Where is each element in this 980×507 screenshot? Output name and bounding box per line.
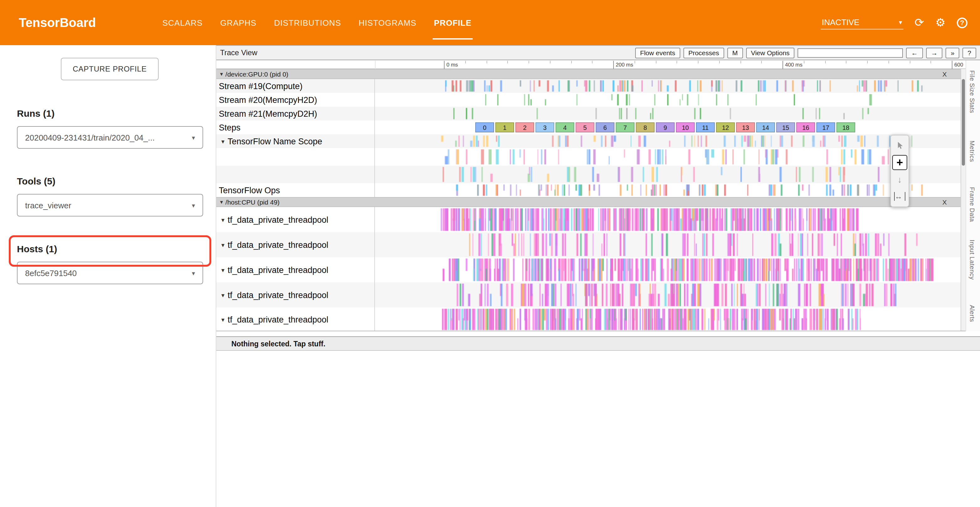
track-events-area[interactable]	[375, 79, 966, 93]
metadata-button[interactable]: M	[727, 47, 743, 58]
track-label[interactable]: ▾tf_data_private_threadpool	[216, 308, 375, 331]
vertical-scrollbar[interactable]	[961, 69, 966, 331]
scrollbar-thumb[interactable]	[962, 79, 965, 166]
expand-arrow-icon[interactable]: ▾	[221, 138, 224, 145]
pan-tool-icon[interactable]: ↓	[892, 172, 907, 187]
track-label[interactable]	[216, 166, 375, 183]
process-section-header[interactable]: ▾/device:GPU:0 (pid 0)X	[216, 69, 966, 79]
step-block[interactable]: 7	[616, 122, 635, 132]
tools-dropdown[interactable]: trace_viewer ▾	[17, 194, 203, 217]
track-events-area[interactable]	[375, 308, 966, 331]
track-events-area[interactable]	[375, 232, 966, 257]
tab-profile[interactable]: PROFILE	[425, 0, 480, 45]
prev-button[interactable]: ←	[906, 47, 923, 58]
step-block[interactable]: 18	[837, 122, 855, 132]
track-events-area[interactable]	[375, 166, 966, 183]
step-block[interactable]: 2	[515, 122, 534, 132]
step-block[interactable]: 12	[716, 122, 735, 132]
processes-button[interactable]: Processes	[683, 47, 724, 58]
tab-metrics[interactable]: Metrics	[969, 140, 975, 162]
step-block[interactable]: 6	[596, 122, 614, 132]
step-block[interactable]: 3	[535, 122, 554, 132]
step-block[interactable]: 16	[796, 122, 815, 132]
trace-events-canvas[interactable]	[375, 308, 961, 331]
track-events-area[interactable]	[375, 134, 966, 148]
step-block[interactable]: 0	[475, 122, 494, 132]
step-block[interactable]: 8	[636, 122, 655, 132]
trace-viewer-body[interactable]: ▾/device:GPU:0 (pid 0)XStream #19(Comput…	[216, 69, 966, 331]
trace-events-canvas[interactable]	[375, 183, 961, 197]
trace-events-canvas[interactable]	[375, 166, 961, 183]
trace-help-button[interactable]: ?	[963, 47, 976, 58]
gear-icon[interactable]: ⚙	[935, 17, 945, 28]
close-section-button[interactable]: X	[942, 70, 947, 78]
step-block[interactable]: 9	[656, 122, 675, 132]
track-label[interactable]: ▾tf_data_private_threadpool	[216, 207, 375, 232]
trace-events-canvas[interactable]	[375, 232, 961, 257]
help-icon[interactable]: ?	[957, 17, 967, 28]
timing-tool-icon[interactable]: ↔	[892, 189, 907, 204]
tab-distributions[interactable]: DISTRIBUTIONS	[265, 0, 350, 45]
hosts-dropdown[interactable]: 8efc5e791540 ▾	[17, 261, 203, 284]
trace-events-canvas[interactable]	[375, 282, 961, 308]
track-label[interactable]: ▾tf_data_private_threadpool	[216, 257, 375, 282]
step-block[interactable]: 13	[736, 122, 755, 132]
track-label[interactable]: ▾tf_data_private_threadpool	[216, 232, 375, 257]
trace-events-canvas[interactable]	[375, 93, 961, 107]
step-block[interactable]: 14	[756, 122, 775, 132]
track-events-area[interactable]: 0123456789101112131415161718	[375, 121, 966, 134]
close-section-button[interactable]: X	[942, 198, 947, 206]
trace-search-input[interactable]	[798, 48, 903, 57]
track-label[interactable]: ▾TensorFlow Name Scope	[216, 134, 375, 148]
trace-events-canvas[interactable]	[375, 79, 961, 93]
track-label[interactable]: Steps	[216, 121, 375, 134]
step-block[interactable]: 4	[555, 122, 574, 132]
selection-tool-icon[interactable]	[892, 138, 907, 153]
track-label[interactable]: Stream #21(MemcpyD2H)	[216, 107, 375, 121]
tab-file-size-stats[interactable]: File Size Stats	[969, 70, 975, 113]
next-button[interactable]: →	[926, 47, 943, 58]
collapse-arrow-icon[interactable]: ▾	[220, 71, 223, 77]
track-events-area[interactable]	[375, 148, 966, 166]
expand-arrow-icon[interactable]: ▾	[221, 292, 224, 298]
view-options-button[interactable]: View Options	[746, 47, 794, 58]
expand-arrow-icon[interactable]: ▾	[221, 316, 224, 323]
track-events-area[interactable]	[375, 282, 966, 308]
step-block[interactable]: 10	[676, 122, 695, 132]
track-events-area[interactable]	[375, 93, 966, 107]
track-label[interactable]: Stream #20(MemcpyH2D)	[216, 93, 375, 107]
expand-arrow-icon[interactable]: ▾	[221, 266, 224, 273]
tab-scalars[interactable]: SCALARS	[154, 0, 211, 45]
process-section-header[interactable]: ▾/host:CPU (pid 49)X	[216, 197, 966, 207]
status-dropdown[interactable]: INACTIVE ▾	[821, 16, 904, 29]
tab-alerts[interactable]: Alerts	[969, 305, 975, 322]
track-label[interactable]	[216, 148, 375, 166]
trace-events-canvas[interactable]	[375, 207, 961, 232]
track-events-area[interactable]	[375, 257, 966, 282]
track-label[interactable]: TensorFlow Ops	[216, 183, 375, 197]
expand-arrow-icon[interactable]: ▾	[221, 241, 224, 248]
track-events-area[interactable]	[375, 107, 966, 121]
track-events-area[interactable]	[375, 183, 966, 197]
tab-histograms[interactable]: HISTOGRAMS	[350, 0, 425, 45]
trace-events-canvas[interactable]	[375, 107, 961, 121]
trace-events-canvas[interactable]	[375, 134, 961, 148]
trace-events-canvas[interactable]	[375, 257, 961, 282]
step-block[interactable]: 1	[495, 122, 514, 132]
more-button[interactable]: »	[946, 47, 959, 58]
tab-input-latency[interactable]: Input Latency	[969, 240, 975, 280]
expand-arrow-icon[interactable]: ▾	[221, 216, 224, 223]
step-block[interactable]: 17	[816, 122, 835, 132]
step-block[interactable]: 11	[696, 122, 715, 132]
collapse-arrow-icon[interactable]: ▾	[220, 199, 223, 205]
tab-frame-data[interactable]: Frame Data	[969, 187, 975, 222]
refresh-icon[interactable]: ⟳	[915, 17, 924, 28]
trace-events-canvas[interactable]	[375, 148, 961, 166]
track-label[interactable]: ▾tf_data_private_threadpool	[216, 282, 375, 308]
tab-graphs[interactable]: GRAPHS	[211, 0, 265, 45]
step-block[interactable]: 15	[776, 122, 795, 132]
zoom-tool-icon[interactable]: +	[892, 155, 907, 170]
capture-profile-button[interactable]: CAPTURE PROFILE	[61, 58, 159, 80]
runs-dropdown[interactable]: 20200409-231431/train/2020_04_... ▾	[17, 126, 203, 149]
flow-events-button[interactable]: Flow events	[635, 47, 680, 58]
